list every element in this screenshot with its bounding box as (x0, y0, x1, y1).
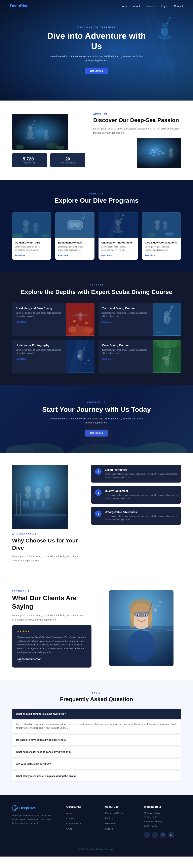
course-body-0: Snorkeling and Skin Diving Lorem ipsum d… (12, 303, 66, 336)
svg-point-87 (170, 308, 172, 310)
youtube-icon[interactable]: ▶ (168, 832, 174, 838)
svg-text:⚓: ⚓ (13, 806, 17, 810)
service-card-3: Dive Safety Consultations Lorem ipsum do… (142, 212, 181, 260)
faq-item-2[interactable]: What happens if I need to cancel my divi… (12, 747, 181, 757)
cta-title: Start Your Journey with Us Today (12, 406, 181, 413)
course-card-2: Underwater Photography Lorem ipsum dolor… (12, 340, 95, 373)
logo-part2: Dive (20, 4, 28, 8)
course-body-2: Underwater Photography Lorem ipsum dolor… (12, 340, 66, 373)
course-readmore-0[interactable]: Read More (16, 321, 26, 323)
course-desc-0: Lorem ipsum dolor sit amet, consectetur … (16, 311, 63, 318)
footer-quick-links: About Courses Career Advisor FAQ's (66, 811, 97, 830)
faq-item-1[interactable]: Do I need to have scuba diving experienc… (12, 735, 181, 745)
linkedin-icon[interactable]: in (160, 832, 166, 838)
svg-point-6 (166, 22, 168, 24)
footer-link-about[interactable]: About (66, 812, 72, 814)
svg-point-32 (157, 154, 160, 155)
faq-section: FAQ's Frequently Asked Question What sho… (0, 680, 193, 796)
hero-cta-button[interactable]: Get Started (85, 67, 108, 74)
svg-point-153 (154, 609, 157, 612)
footer-link-faqs[interactable]: FAQ's (66, 828, 72, 830)
why-card-desc-2: Lorem ipsum dolor sit amet, consectetur … (105, 515, 177, 521)
svg-rect-136 (16, 496, 21, 496)
faq-item-4[interactable]: What safety measures are in place during… (12, 771, 181, 781)
svg-point-24 (56, 146, 64, 150)
faq-item-0[interactable]: What should I bring for a scuba diving t… (12, 709, 181, 719)
service-image-2 (98, 212, 138, 238)
service-card-0: Guided Diving Tours Lorem ipsum dolor si… (12, 212, 51, 260)
course-card-0: Snorkeling and Skin Diving Lorem ipsum d… (12, 303, 95, 336)
why-description: Lorem ipsum dolor sit amet, consectetur … (12, 554, 81, 563)
footer-link-refunds[interactable]: Refunds (105, 817, 114, 819)
footer-useful-links-col: Useful Link Privacy and Policy Refunds D… (105, 805, 136, 838)
svg-point-58 (122, 214, 124, 216)
footer-link-courses[interactable]: Courses (66, 817, 74, 819)
why-card-0: 1 Expert Instructors Lorem ipsum dolor s… (91, 465, 181, 483)
svg-rect-84 (168, 317, 169, 321)
footer-link-privacy[interactable]: Privacy and Policy (105, 812, 123, 814)
courses-section: Courses Explore the Depths with Expert S… (0, 272, 193, 385)
logo[interactable]: DeepDive (10, 4, 28, 8)
svg-point-72 (68, 326, 76, 332)
svg-point-62 (155, 224, 159, 230)
svg-point-64 (163, 225, 167, 230)
about-left: 5,720+ Happy Client 20 Years Experiences (12, 114, 85, 167)
service-readmore-3[interactable]: Read More (144, 254, 155, 256)
stat-years-value: 20 (53, 156, 83, 162)
footer-link-disclaimer[interactable]: Disclaimer (105, 823, 116, 825)
why-card-title-1: Quality Equipment (105, 489, 177, 492)
nav-courses[interactable]: Courses (146, 5, 155, 8)
cta-button[interactable]: Get Started (85, 430, 108, 436)
service-readmore-2[interactable]: Read More (101, 254, 111, 256)
service-readmore-0[interactable]: Read More (15, 254, 25, 256)
testimonial-description: Lorem ipsum dolor sit amet, consectetur … (12, 614, 92, 622)
about-main-image (12, 114, 68, 150)
svg-point-73 (84, 327, 94, 334)
about-title: Discover Our Deep-Sea Passion (93, 117, 181, 124)
faq-question-1: Do I need to have scuba diving experienc… (16, 739, 66, 741)
svg-point-110 (169, 352, 170, 353)
nav-about[interactable]: About (133, 5, 140, 8)
svg-rect-47 (73, 223, 77, 226)
svg-point-26 (151, 149, 154, 151)
svg-point-112 (16, 443, 64, 453)
service-desc-0: Lorem ipsum dolor sit amet, consectetur … (15, 245, 49, 252)
nav-contact[interactable]: Contact (174, 5, 183, 8)
course-readmore-2[interactable]: Read More (16, 358, 26, 360)
svg-rect-145 (148, 612, 152, 628)
course-card-1: Technical Diving Course Lorem ipsum dolo… (98, 303, 181, 336)
svg-point-155 (159, 600, 162, 603)
logo-part1: Deep (10, 4, 20, 8)
svg-rect-128 (26, 500, 29, 507)
twitter-icon[interactable]: t (152, 832, 158, 838)
footer-social: f t in ▶ (144, 832, 181, 838)
stat-years-exp: 20 Years Experiences (50, 153, 85, 167)
facebook-icon[interactable]: f (144, 832, 150, 838)
svg-point-17 (32, 124, 34, 125)
footer-link-career[interactable]: Career Advisor (66, 823, 81, 825)
cta-section: Contact Us Start Your Journey with Us To… (0, 385, 193, 453)
course-readmore-3[interactable]: Read More (102, 358, 112, 360)
hero-title: Dive into Adventure with Us (46, 31, 147, 51)
service-readmore-1[interactable]: Read More (58, 254, 68, 256)
svg-point-19 (34, 120, 35, 122)
nav-pages[interactable]: Pages (161, 5, 168, 8)
nav-links: Home About Courses Pages Contact (121, 4, 183, 8)
course-readmore-1[interactable]: Read More (102, 321, 112, 323)
svg-point-126 (45, 491, 50, 499)
faq-item-3[interactable]: Are your instructors certified? + (12, 759, 181, 769)
cta-label: Contact Us (12, 401, 181, 404)
stat-years-label: Years Experiences (53, 162, 83, 164)
footer-hours-line-3: 09:00 - 15:00 (144, 824, 181, 828)
nav-home[interactable]: Home (121, 5, 127, 8)
course-desc-1: Lorem ipsum dolor sit amet, consectetur … (102, 311, 149, 318)
footer-quick-links-title: Quick Links (66, 805, 97, 808)
svg-point-63 (163, 221, 167, 225)
why-cards: 1 Expert Instructors Lorem ipsum dolor s… (91, 465, 181, 525)
services-section: Services Explore Our Dive Programs Guide… (0, 180, 193, 272)
footer-useful-links: Privacy and Policy Refunds Disclaimer Su… (105, 811, 136, 830)
svg-point-31 (161, 152, 165, 154)
course-body-3: Cave Diving Course Lorem ipsum dolor sit… (98, 340, 153, 373)
footer-link-support[interactable]: Support (105, 828, 113, 830)
footer-logo: ⚓ DeepDive (12, 805, 58, 811)
